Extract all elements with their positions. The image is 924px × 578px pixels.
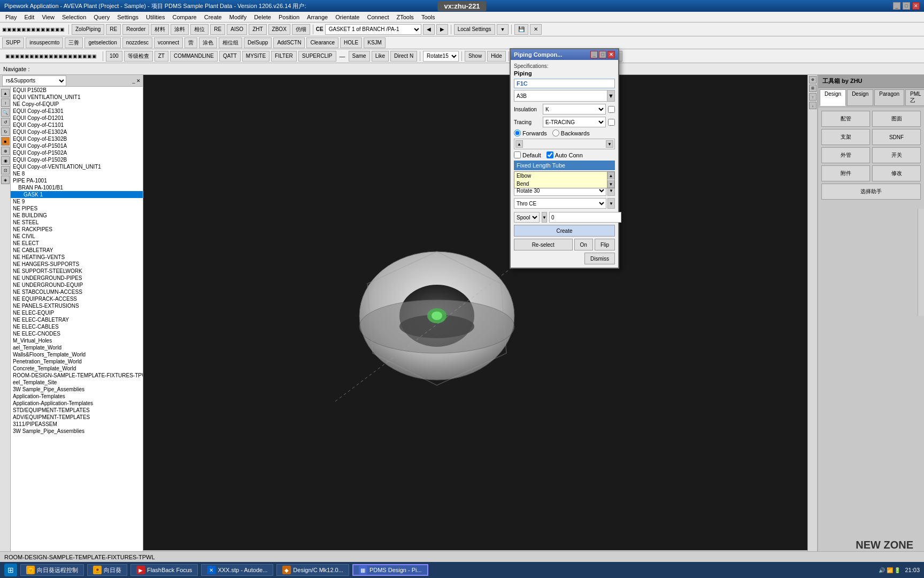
- insuspec-btn[interactable]: insuspecmto: [26, 37, 63, 48]
- viewport[interactable]: n44e16d Parallel Model Rotate: [143, 75, 807, 562]
- nav-dn-btn[interactable]: ↕: [1, 98, 10, 107]
- insulation-check[interactable]: [608, 106, 615, 113]
- reselect-btn[interactable]: Re-select: [514, 239, 573, 250]
- bend-option[interactable]: Bend: [514, 180, 614, 188]
- menu-create[interactable]: Create: [201, 13, 225, 21]
- rstrip-btn2[interactable]: ⊞: [809, 85, 817, 92]
- elbow-option[interactable]: Elbow: [514, 172, 614, 180]
- tree-item[interactable]: ADV/EQUIPMENT-TEMPLATES: [11, 414, 143, 421]
- tree-item[interactable]: NE 9: [11, 198, 143, 205]
- default-checkbox[interactable]: [514, 151, 521, 158]
- tree-item[interactable]: Application-Application-Templates: [11, 400, 143, 407]
- dismiss-btn[interactable]: Dismiss: [584, 253, 615, 264]
- tree-item[interactable]: NE HANGERS-SUPPORTS: [11, 261, 143, 268]
- dialog-maximize-btn[interactable]: □: [599, 51, 606, 58]
- grid-item-support[interactable]: 支架: [821, 129, 870, 145]
- zht-btn[interactable]: ZHT: [249, 24, 266, 35]
- create-btn[interactable]: Create: [514, 225, 615, 237]
- rotate-left-btn[interactable]: ↺: [1, 118, 10, 126]
- list-scrollbar[interactable]: ▲ ▼: [607, 172, 614, 188]
- tree-item[interactable]: 3W Sample_Pipe_Assemblies: [11, 386, 143, 393]
- nav-up-btn[interactable]: ▲: [1, 89, 10, 97]
- backwards-radio[interactable]: Backwards: [552, 130, 590, 136]
- tool9-btn[interactable]: ⊡: [1, 166, 10, 174]
- tree-item[interactable]: EQUI Copy-of-E1302A: [11, 128, 143, 135]
- tool10-btn[interactable]: ◈: [1, 176, 10, 184]
- menu-connect[interactable]: Connect: [364, 13, 392, 21]
- zbox-btn[interactable]: ZBOX: [268, 24, 290, 35]
- tree-item[interactable]: NE Copy-of-EQUIP: [11, 101, 143, 108]
- nav-next-btn[interactable]: ▶: [436, 24, 448, 35]
- flip-btn[interactable]: Flip: [595, 239, 615, 250]
- menu-play[interactable]: Play: [2, 13, 20, 21]
- tool7-btn[interactable]: ⊕: [1, 147, 10, 155]
- show-btn[interactable]: Show: [465, 51, 486, 62]
- reorder-btn[interactable]: Reorder: [122, 24, 149, 35]
- rstrip-btn4[interactable]: ↓: [809, 102, 817, 109]
- tracing-check[interactable]: [608, 119, 615, 126]
- fangxi-btn[interactable]: 仿细: [292, 24, 310, 35]
- menu-delete[interactable]: Delete: [251, 13, 274, 21]
- grid-item-switch[interactable]: 开关: [872, 147, 921, 163]
- grid-item-sdnf[interactable]: SDNF: [872, 129, 921, 145]
- tree-item[interactable]: EQUI VENTILATION_UNIT1: [11, 94, 143, 101]
- san-btn[interactable]: 三善: [65, 37, 83, 48]
- tree-item[interactable]: NE SUPPORT-STEELWORK: [11, 268, 143, 275]
- menu-tools[interactable]: Tools: [418, 13, 438, 21]
- vconn-btn[interactable]: vconnect: [154, 37, 183, 48]
- tree-item[interactable]: NE RACKPIPES: [11, 226, 143, 233]
- grid-item-select-helper[interactable]: 选择助手: [821, 184, 921, 200]
- forwards-radio[interactable]: Forwards: [514, 130, 547, 136]
- tree-item[interactable]: EQUI Copy-of-VENTILATION_UNIT1: [11, 163, 143, 170]
- menu-arrange[interactable]: Arrange: [304, 13, 331, 21]
- minimize-btn[interactable]: _: [893, 2, 900, 10]
- rotate-right-btn[interactable]: ↻: [1, 127, 10, 136]
- tracing-select[interactable]: E-TRACING: [543, 117, 606, 127]
- menu-position[interactable]: Position: [275, 13, 303, 21]
- like-btn[interactable]: Like: [372, 51, 389, 62]
- cmdline-btn[interactable]: COMMANDLINE: [170, 51, 218, 62]
- directn-btn[interactable]: Direct N: [390, 51, 417, 62]
- taskbar-item-pdms[interactable]: ▦ PDMS Design - Pi...: [352, 564, 428, 576]
- phasez-btn[interactable]: 相位组: [219, 37, 242, 48]
- tab-design1[interactable]: Design: [820, 89, 846, 106]
- re2-btn[interactable]: RE: [210, 24, 225, 35]
- tree-item[interactable]: NE UNDERGROUND-EQUIP: [11, 282, 143, 288]
- aiso-btn[interactable]: AISO: [227, 24, 247, 35]
- tab-pml[interactable]: PML乙: [905, 89, 924, 106]
- tree-item[interactable]: 3W Sample_Pipe_Assemblies: [11, 428, 143, 435]
- tree-item[interactable]: Walls&Floors_Template_World: [11, 351, 143, 358]
- clearance-btn[interactable]: Clearance: [306, 37, 338, 48]
- menu-settings[interactable]: Settings: [114, 13, 142, 21]
- tree-item[interactable]: EQUI Copy-of-E1302B: [11, 135, 143, 142]
- orange-tool-btn[interactable]: ■: [1, 137, 10, 146]
- grid-item-accessory[interactable]: 附件: [821, 165, 870, 181]
- rstrip-btn1[interactable]: ⊕: [809, 76, 817, 83]
- tree-item[interactable]: 3111/PIPEASSEM: [11, 421, 143, 428]
- tree-item[interactable]: NE STABCOLUMN-ACCESS: [11, 288, 143, 295]
- num100-btn[interactable]: 100: [106, 51, 122, 62]
- grid-item-drawing[interactable]: 图面: [872, 111, 921, 127]
- menu-edit[interactable]: Edit: [21, 13, 37, 21]
- settings-dropdown-btn[interactable]: ▼: [497, 24, 509, 35]
- grid-item-outer[interactable]: 外管: [821, 147, 870, 163]
- zoom-btn[interactable]: 🔍: [1, 108, 10, 117]
- addsctn-btn[interactable]: AddSCTN: [273, 37, 305, 48]
- menu-utilities[interactable]: Utilities: [143, 13, 168, 21]
- tree-item[interactable]: Application-Templates: [11, 393, 143, 400]
- tree-item[interactable]: NE ELECT: [11, 240, 143, 247]
- phase-btn[interactable]: 相位: [190, 24, 209, 35]
- superclip-btn[interactable]: SUPERCLIP: [298, 51, 336, 62]
- tree-item[interactable]: NE HEATING-VENTS: [11, 254, 143, 261]
- grade-btn[interactable]: 等级检查: [124, 51, 153, 62]
- tree-item[interactable]: PIPE PA-1001: [11, 177, 143, 184]
- tree-item[interactable]: Concrete_Template_World: [11, 365, 143, 372]
- nozzle-btn[interactable]: nozzdesc: [122, 37, 152, 48]
- taskbar-item-design[interactable]: ◆ Design/C Mk12.0...: [276, 564, 349, 576]
- paint-btn[interactable]: 涂料: [171, 24, 189, 35]
- thro-ce-scroll[interactable]: ▼: [607, 198, 615, 209]
- tree-item[interactable]: EQUI Copy-of-E1301: [11, 108, 143, 115]
- rstrip-btn3[interactable]: ↑: [809, 93, 817, 101]
- tree-item[interactable]: NE ELEC-CABLETRAY: [11, 316, 143, 323]
- tree-item[interactable]: M_Virtual_Holes: [11, 337, 143, 344]
